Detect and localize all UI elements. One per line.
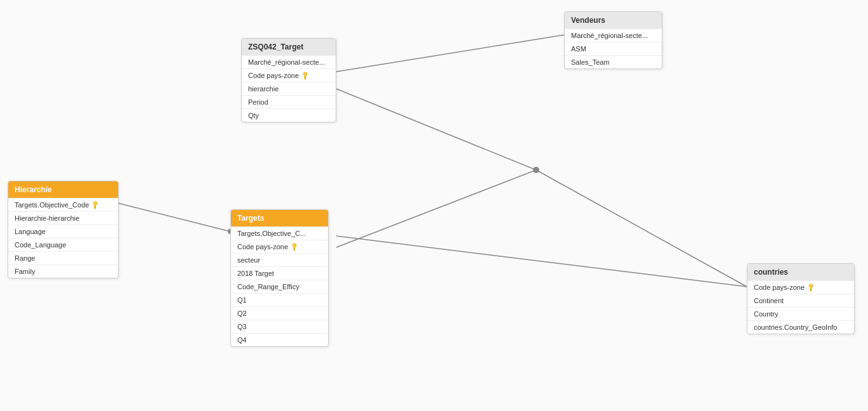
zsq042-table: ZSQ042_Target Marché_régional-secte... C… bbox=[241, 38, 336, 122]
zsq042-field-4: Qty bbox=[242, 108, 336, 122]
zsq042-field-3: Period bbox=[242, 95, 336, 108]
targets-field-1: Code pays-zone 🔑 bbox=[231, 240, 328, 253]
vendeurs-header: Vendeurs bbox=[565, 12, 662, 29]
targets-field-2: secteur bbox=[231, 253, 328, 266]
zsq042-field-2: hierarchie bbox=[242, 82, 336, 95]
hierarchie-table: Hierarchie Targets.Objective_Code 🔑 Hier… bbox=[8, 181, 119, 278]
hierarchie-field-5: Family bbox=[8, 264, 118, 278]
zsq042-header: ZSQ042_Target bbox=[242, 39, 336, 55]
targets-field-8: Q4 bbox=[231, 333, 328, 346]
targets-field-3: 2018 Target bbox=[231, 266, 328, 280]
svg-line-4 bbox=[536, 170, 747, 287]
countries-field-2: Country bbox=[747, 307, 854, 320]
zsq042-field-1: Code pays-zone 🔑 bbox=[242, 68, 336, 82]
diagram-canvas: Hierarchie Targets.Objective_Code 🔑 Hier… bbox=[0, 0, 868, 411]
hierarchie-field-1: Hierarchie-hierarchie bbox=[8, 211, 118, 225]
svg-line-3 bbox=[336, 35, 564, 72]
key-icon: 🔑 bbox=[300, 71, 310, 81]
key-icon: 🔑 bbox=[289, 242, 299, 252]
countries-field-1: Continent bbox=[747, 294, 854, 307]
hierarchie-field-4: Range bbox=[8, 251, 118, 264]
key-icon: 🔑 bbox=[90, 200, 100, 210]
svg-line-0 bbox=[117, 203, 230, 232]
svg-line-2 bbox=[336, 89, 536, 170]
zsq042-field-0: Marché_régional-secte... bbox=[242, 55, 336, 68]
connections-svg bbox=[0, 0, 868, 411]
targets-table: Targets Targets.Objective_C... Code pays… bbox=[230, 209, 329, 347]
key-icon: 🔑 bbox=[806, 283, 815, 292]
hierarchie-header: Hierarchie bbox=[8, 181, 118, 198]
hierarchie-field-2: Language bbox=[8, 225, 118, 238]
svg-line-5 bbox=[336, 236, 747, 287]
countries-header: countries bbox=[747, 264, 854, 280]
targets-field-4: Code_Range_Efficy bbox=[231, 280, 328, 293]
targets-header: Targets bbox=[231, 210, 328, 226]
vendeurs-table: Vendeurs Marché_régional-secte... ASM Sa… bbox=[564, 11, 662, 69]
targets-field-5: Q1 bbox=[231, 293, 328, 306]
targets-field-7: Q3 bbox=[231, 320, 328, 333]
vendeurs-field-2: Sales_Team bbox=[565, 55, 662, 68]
vendeurs-field-1: ASM bbox=[565, 42, 662, 55]
countries-field-3: countries.Country_GeoInfo bbox=[747, 320, 854, 334]
junction-dot bbox=[533, 167, 539, 173]
vendeurs-field-0: Marché_régional-secte... bbox=[565, 29, 662, 42]
hierarchie-field-3: Code_Language bbox=[8, 238, 118, 251]
countries-table: countries Code pays-zone 🔑 Continent Cou… bbox=[747, 263, 855, 334]
targets-field-0: Targets.Objective_C... bbox=[231, 226, 328, 240]
svg-line-1 bbox=[336, 170, 536, 247]
countries-field-0: Code pays-zone 🔑 bbox=[747, 280, 854, 294]
targets-field-6: Q2 bbox=[231, 306, 328, 320]
hierarchie-field-0: Targets.Objective_Code 🔑 bbox=[8, 198, 118, 211]
